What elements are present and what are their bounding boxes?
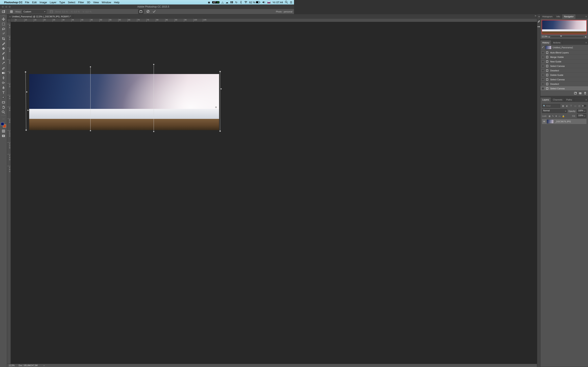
spotlight-icon[interactable]: [285, 1, 288, 4]
quickmask-toggle[interactable]: [1, 129, 6, 133]
svg-rect-19: [2, 72, 3, 74]
hand-tool[interactable]: [1, 105, 6, 109]
ruler-tick: 15: [34, 19, 36, 22]
svg-rect-10: [50, 10, 53, 13]
ruler-tick: 0: [7, 71, 11, 74]
svg-point-4: [285, 1, 287, 3]
document-tab-label: Untitled_Panorama1 @ 12,5% (_DSC9679.JPG…: [12, 15, 71, 18]
ruler-tick: 55: [109, 19, 112, 22]
transform-tool-icon[interactable]: [1, 9, 6, 14]
ruler-origin[interactable]: [7, 19, 11, 22]
menu-3d[interactable]: 3D: [87, 1, 90, 4]
svg-rect-14: [2, 23, 5, 25]
blur-tool[interactable]: [1, 76, 6, 80]
ruler-tick: 50: [99, 19, 102, 22]
ruler-tick: 5: [15, 19, 17, 22]
eraser-tool[interactable]: [1, 66, 6, 70]
svg-point-40: [26, 91, 27, 92]
clock[interactable]: Чт 07:44: [273, 1, 283, 4]
menu-help[interactable]: Help: [114, 1, 120, 4]
menu-filter[interactable]: Filter: [78, 1, 84, 4]
menu-image[interactable]: Image: [40, 1, 47, 4]
dropbox-icon[interactable]: [230, 1, 233, 4]
document-tab-bar: × Untitled_Panorama1 @ 12,5% (_DSC9679.J…: [7, 14, 294, 19]
menu-window[interactable]: Window: [102, 1, 111, 4]
notification-center-icon[interactable]: ☰: [290, 1, 292, 4]
gradient-tool[interactable]: [1, 71, 6, 75]
ruler-tick: 6 0: [7, 36, 11, 40]
warp-mesh[interactable]: [11, 22, 231, 165]
input-language[interactable]: [267, 1, 270, 3]
move-tool[interactable]: [1, 17, 6, 21]
ruler-tick: 40: [81, 19, 83, 22]
window-titlebar: Adobe Photoshop CC 2015.5: [0, 4, 294, 9]
timemachine-icon[interactable]: ↻: [235, 1, 237, 4]
warp-preset-select[interactable]: Custom: [22, 10, 47, 13]
dodge-tool[interactable]: [1, 81, 6, 85]
cancel-transform-button[interactable]: [146, 10, 150, 13]
ruler-tick: 1 2 0: [7, 142, 11, 149]
svg-rect-2: [256, 1, 258, 3]
ruler-tick: 45: [90, 19, 93, 22]
bend-value: 0,0: [62, 10, 65, 13]
type-tool[interactable]: [1, 90, 6, 95]
warp-mode-toggle[interactable]: [138, 9, 144, 14]
toolbox-grip[interactable]: [1, 15, 6, 16]
crop-tool[interactable]: [1, 36, 6, 41]
marquee-tool[interactable]: [1, 22, 6, 26]
healing-brush-tool[interactable]: [1, 46, 6, 51]
svg-line-13: [147, 10, 149, 12]
traffic-zoom[interactable]: [9, 6, 11, 8]
workspace-switcher[interactable]: Photo - personal: [276, 10, 292, 13]
menu-layer[interactable]: Layer: [50, 1, 57, 4]
magic-wand-tool[interactable]: [1, 32, 6, 36]
ruler-vertical[interactable]: 8 06 04 02 002 04 06 08 01 0 01 2 01 4 0…: [7, 22, 11, 184]
svg-rect-36: [26, 129, 27, 131]
ruler-horizontal[interactable]: 5101520253035404550556065707580859095100…: [11, 19, 294, 22]
screenmode-toggle[interactable]: [1, 134, 6, 138]
canvas-stage[interactable]: [11, 22, 294, 184]
menu-view[interactable]: View: [93, 1, 99, 4]
svg-rect-35: [219, 71, 221, 72]
bluetooth-icon[interactable]: [240, 1, 242, 4]
traffic-minimize[interactable]: [5, 6, 7, 8]
battery-status[interactable]: 62 %: [249, 1, 260, 4]
ruler-tick: 1 4 0: [7, 154, 11, 161]
cloud-icon[interactable]: ☁︎: [226, 1, 228, 4]
wifi-icon[interactable]: [244, 1, 247, 4]
lasso-tool[interactable]: [1, 27, 6, 31]
google-drive-icon[interactable]: △: [222, 1, 224, 4]
menu-select[interactable]: Select: [68, 1, 75, 4]
warp-v-label: V:: [83, 10, 85, 13]
ruler-tick: 35: [71, 19, 74, 22]
ruler-tick: 4 0: [7, 95, 11, 100]
edit-toolbar-button[interactable]: ⋯: [1, 117, 6, 121]
traffic-close[interactable]: [2, 6, 4, 8]
history-brush-tool[interactable]: [1, 61, 6, 66]
eyedropper-tool[interactable]: [1, 42, 6, 46]
svg-rect-26: [2, 130, 5, 132]
path-selection-tool[interactable]: [1, 95, 6, 100]
brush-tool[interactable]: [1, 51, 6, 56]
pen-tool[interactable]: [1, 85, 6, 90]
rectangle-tool[interactable]: [1, 100, 6, 105]
ruler-tick: 90: [174, 19, 177, 22]
volume-icon[interactable]: [262, 1, 265, 4]
menu-type[interactable]: Type: [59, 1, 65, 4]
svg-point-42: [27, 110, 29, 111]
status-temperature[interactable]: 43°: [212, 1, 219, 3]
stamp-tool[interactable]: [1, 56, 6, 60]
close-tab-icon[interactable]: ×: [9, 15, 11, 18]
zoom-tool[interactable]: [1, 110, 6, 114]
menu-edit[interactable]: Edit: [32, 1, 36, 4]
color-swatches[interactable]: [1, 122, 6, 128]
ruler-tick: 2 0: [7, 83, 11, 88]
warp-grid-icon[interactable]: [9, 9, 14, 14]
document-tab[interactable]: × Untitled_Panorama1 @ 12,5% (_DSC9679.J…: [7, 14, 73, 19]
menu-file[interactable]: File: [25, 1, 29, 4]
status-eye-icon[interactable]: ◉: [208, 1, 210, 4]
commit-transform-button[interactable]: [153, 10, 156, 13]
ruler-tick: 8 0: [7, 24, 11, 29]
ruler-tick: 8 0: [7, 119, 11, 123]
app-name[interactable]: Photoshop CC: [4, 1, 22, 4]
